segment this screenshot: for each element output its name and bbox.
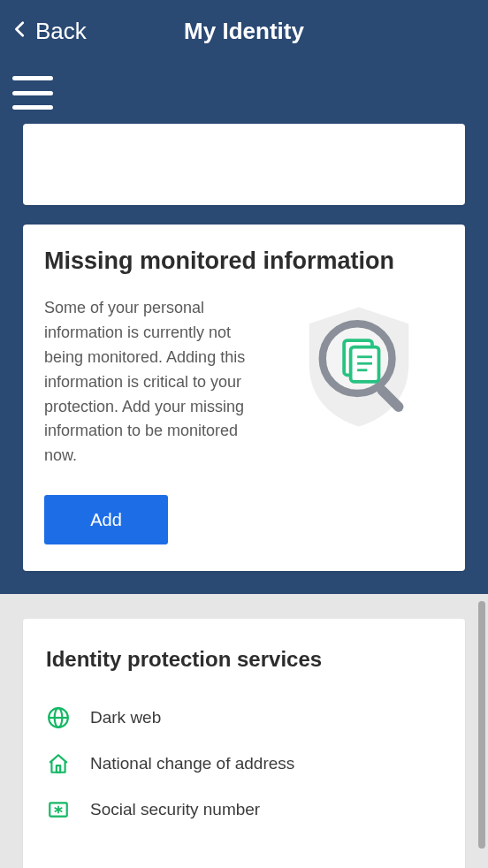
scrollbar-thumb[interactable] bbox=[478, 601, 485, 849]
missing-info-card: Missing monitored information Some of yo… bbox=[23, 225, 465, 571]
service-label: National change of address bbox=[90, 754, 294, 773]
services-card: Identity protection services Dark web Na… bbox=[23, 619, 465, 868]
chevron-left-icon bbox=[11, 17, 30, 45]
back-button[interactable]: Back bbox=[11, 17, 87, 45]
service-item-dark-web[interactable]: Dark web bbox=[41, 695, 447, 741]
page-title: My Identity bbox=[184, 18, 304, 45]
shield-magnify-document-icon bbox=[288, 296, 430, 438]
previous-card-peek bbox=[23, 124, 465, 205]
service-item-ssn[interactable]: Social security number bbox=[41, 787, 447, 833]
back-label: Back bbox=[35, 18, 87, 45]
services-heading: Identity protection services bbox=[41, 647, 447, 672]
hero-background: Missing monitored information Some of yo… bbox=[0, 124, 488, 594]
sub-header bbox=[0, 62, 488, 124]
globe-icon bbox=[46, 705, 71, 730]
missing-info-heading: Missing monitored information bbox=[44, 247, 444, 275]
top-header: Back My Identity bbox=[0, 0, 488, 62]
home-icon bbox=[46, 751, 71, 776]
service-label: Social security number bbox=[90, 800, 260, 819]
service-label: Dark web bbox=[90, 708, 161, 727]
menu-icon[interactable] bbox=[12, 76, 53, 110]
svg-rect-10 bbox=[57, 765, 60, 773]
missing-info-body: Some of your personal information is cur… bbox=[44, 296, 274, 468]
add-button[interactable]: Add bbox=[44, 495, 168, 544]
star-box-icon bbox=[46, 797, 71, 822]
service-item-change-of-address[interactable]: National change of address bbox=[41, 741, 447, 787]
